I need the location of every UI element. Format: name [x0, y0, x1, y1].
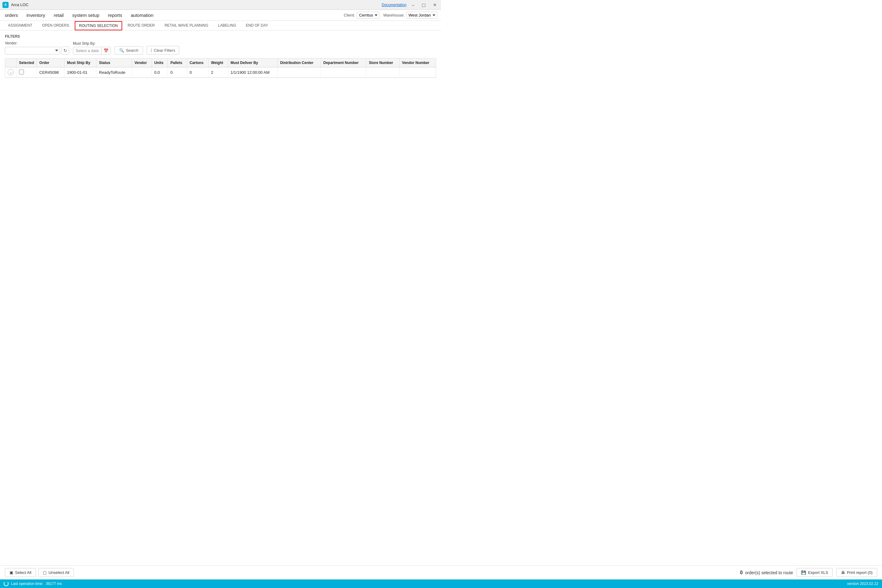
- col-header-weight: Weight: [208, 58, 228, 68]
- filters-row: Vendor: ↻ Must Ship By: Select a date 📅 …: [5, 41, 436, 54]
- warehouse-label: Warehouse:: [383, 13, 405, 18]
- client-section: Client: Cerritus: [344, 12, 380, 19]
- date-placeholder: Select a date: [73, 47, 101, 54]
- row-vendor-number: [399, 68, 436, 78]
- title-bar: A Arca LOC Documentation – ▢ ✕: [0, 0, 441, 10]
- row-must-ship-by: 1900-01-01: [64, 68, 96, 78]
- sub-nav-item-end-of-day[interactable]: END OF DAY: [242, 21, 272, 31]
- row-must-deliver-by: 1/1/1900 12:00:00 AM: [228, 68, 278, 78]
- search-icon: 🔍: [119, 48, 124, 52]
- col-header-distribution-center: Distribution Center: [278, 58, 321, 68]
- col-header-must-ship-by: Must Ship By: [64, 58, 96, 68]
- client-select[interactable]: Cerritus: [357, 12, 380, 19]
- row-expand-button[interactable]: ⌄: [8, 69, 14, 75]
- row-units: 0.0: [152, 68, 168, 78]
- row-status: ReadyToRoute: [96, 68, 132, 78]
- row-store-number: [366, 68, 399, 78]
- col-header-must-deliver-by: Must Deliver By: [228, 58, 278, 68]
- search-label: Search: [126, 48, 138, 52]
- orders-table-container: Selected Order Must Ship By Status Vendo…: [5, 58, 436, 78]
- col-header-selected: Selected: [16, 58, 37, 68]
- table-header-row: Selected Order Must Ship By Status Vendo…: [5, 58, 436, 68]
- clear-filters-button[interactable]: 〈 Clear Filters: [147, 46, 179, 54]
- row-distribution-center: [278, 68, 321, 78]
- title-bar-left: A Arca LOC: [3, 2, 28, 8]
- col-header-expand: [5, 58, 16, 68]
- maximize-button[interactable]: ▢: [420, 2, 428, 8]
- table-row: ⌄ CER45098 1900-01-01 ReadyToRoute 0.0 0…: [5, 68, 436, 78]
- col-header-cartons: Cartons: [187, 58, 208, 68]
- row-cartons: 0: [187, 68, 208, 78]
- row-order: CER45098: [37, 68, 64, 78]
- app-title: Arca LOC: [11, 3, 28, 7]
- orders-table: Selected Order Must Ship By Status Vendo…: [5, 58, 436, 78]
- row-department-number: [321, 68, 366, 78]
- filters-title: FILTERS: [5, 34, 436, 39]
- sub-nav-item-assignment[interactable]: ASSIGNMENT: [4, 21, 36, 31]
- row-pallets: 0: [168, 68, 187, 78]
- col-header-department-number: Department Number: [321, 58, 366, 68]
- must-ship-by-filter-group: Must Ship By: Select a date 📅: [73, 41, 111, 54]
- title-bar-right: Documentation – ▢ ✕: [382, 2, 438, 8]
- vendor-input-row: ↻: [5, 46, 69, 54]
- refresh-button[interactable]: ↻: [61, 46, 69, 54]
- menu-bar-left: orders inventory retail system setup rep…: [4, 12, 154, 18]
- menu-item-orders[interactable]: orders: [4, 12, 19, 18]
- warehouse-select[interactable]: West Jordan: [406, 12, 437, 19]
- vendor-select[interactable]: [5, 47, 60, 54]
- clear-filters-label: Clear Filters: [154, 48, 175, 52]
- table-body: ⌄ CER45098 1900-01-01 ReadyToRoute 0.0 0…: [5, 68, 436, 78]
- minimize-button[interactable]: –: [410, 2, 416, 8]
- menu-item-inventory[interactable]: inventory: [26, 12, 46, 18]
- sub-nav-item-open-orders[interactable]: OPEN ORDERS: [38, 21, 74, 31]
- row-weight: 2: [208, 68, 228, 78]
- search-button[interactable]: 🔍 Search: [114, 46, 143, 54]
- col-header-pallets: Pallets: [168, 58, 187, 68]
- row-vendor: [132, 68, 152, 78]
- menu-item-automation[interactable]: automation: [129, 12, 154, 18]
- vendor-label: Vendor:: [5, 41, 69, 45]
- col-header-order: Order: [37, 58, 64, 68]
- app-logo: A: [3, 2, 9, 8]
- sub-nav-item-labeling[interactable]: LABELING: [214, 21, 240, 31]
- filter-icon: 〈: [151, 48, 152, 52]
- sub-nav-item-routing-selection[interactable]: ROUTING SELECTION: [75, 21, 122, 30]
- col-header-vendor-number: Vendor Number: [399, 58, 436, 68]
- row-checkbox-cell: [16, 68, 37, 78]
- vendor-filter-group: Vendor: ↻: [5, 41, 69, 54]
- col-header-store-number: Store Number: [366, 58, 399, 68]
- menu-bar: orders inventory retail system setup rep…: [0, 10, 441, 21]
- menu-item-reports[interactable]: reports: [106, 12, 123, 18]
- close-button[interactable]: ✕: [431, 2, 438, 8]
- col-header-vendor: Vendor: [132, 58, 152, 68]
- row-expand-cell: ⌄: [5, 68, 16, 78]
- col-header-status: Status: [96, 58, 132, 68]
- sub-nav: ASSIGNMENT OPEN ORDERS ROUTING SELECTION…: [0, 21, 441, 31]
- row-checkbox[interactable]: [19, 69, 24, 74]
- menu-item-retail[interactable]: retail: [52, 12, 65, 18]
- client-label: Client:: [344, 13, 355, 18]
- date-select-wrap: Select a date 📅: [73, 47, 111, 54]
- menu-bar-right: Client: Cerritus Warehouse: West Jordan: [344, 12, 437, 19]
- must-ship-by-label: Must Ship By:: [73, 41, 111, 46]
- filters-section: FILTERS Vendor: ↻ Must Ship By: Select a…: [0, 31, 441, 57]
- menu-item-system-setup[interactable]: system setup: [71, 12, 100, 18]
- col-header-units: Units: [152, 58, 168, 68]
- documentation-link[interactable]: Documentation: [382, 3, 406, 7]
- warehouse-section: Warehouse: West Jordan: [383, 12, 437, 19]
- sub-nav-item-route-order[interactable]: ROUTE ORDER: [123, 21, 159, 31]
- calendar-button[interactable]: 📅: [101, 47, 111, 54]
- sub-nav-item-retail-wave-planning[interactable]: RETAIL WAVE PLANNING: [160, 21, 213, 31]
